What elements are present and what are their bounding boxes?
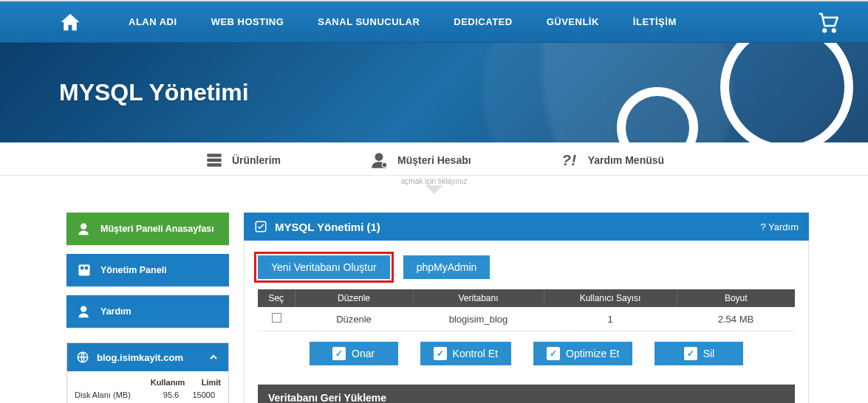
edit-link[interactable]: Düzenle <box>336 314 372 325</box>
nav-dedicated[interactable]: DEDICATED <box>443 10 522 33</box>
save-icon: ✓ <box>684 347 697 360</box>
button-label: Kontrol Et <box>453 348 498 359</box>
submenu-musteri-hesabi[interactable]: Müşteri Hesabı <box>369 150 471 170</box>
sidebar-help-button[interactable]: Yardım <box>66 295 229 328</box>
domain-panel: blog.isimkayit.com Kullanım Limit Disk A… <box>66 342 229 403</box>
svg-point-12 <box>81 306 86 312</box>
stat-usage: 95.6 <box>145 389 185 401</box>
globe-icon <box>76 351 89 364</box>
col-usage: Kullanım <box>145 376 185 389</box>
sidebar: Müşteri Paneli Anasayfası Yönetim Paneli… <box>66 213 229 403</box>
user-count: 1 <box>544 307 677 331</box>
chevron-down-icon <box>426 185 443 194</box>
svg-point-5 <box>375 153 383 161</box>
server-icon <box>204 150 225 170</box>
submenu-bar: Ürünlerim Müşteri Hesabı ?! Yardım Menüs… <box>0 142 868 176</box>
svg-point-6 <box>382 162 387 168</box>
cart-icon[interactable] <box>816 11 838 33</box>
button-label: Sil <box>703 348 715 359</box>
save-icon: ✓ <box>547 347 560 360</box>
check-icon <box>254 220 267 233</box>
save-icon: ✓ <box>434 347 447 360</box>
delete-button[interactable]: ✓ Sil <box>655 342 743 365</box>
nav-sanal-sunucular[interactable]: SANAL SUNUCULAR <box>307 10 430 33</box>
button-label: Onar <box>352 348 375 359</box>
stat-label: Disk Alanı (MB) <box>75 389 145 401</box>
user-help-icon <box>77 304 92 319</box>
create-database-button[interactable]: Yeni Veritabanı Oluştur <box>258 255 390 279</box>
save-icon: ✓ <box>332 347 346 360</box>
col-users: Kullanıcı Sayısı <box>544 289 677 307</box>
sidebar-label: Yardım <box>100 306 131 317</box>
col-db: Veritabanı <box>413 289 544 307</box>
svg-rect-10 <box>81 266 83 269</box>
svg-point-0 <box>823 29 826 32</box>
col-edit: Düzenle <box>295 289 413 307</box>
svg-rect-11 <box>85 266 88 269</box>
dashboard-icon <box>77 263 92 278</box>
col-select: Seç <box>258 289 295 307</box>
svg-point-8 <box>81 224 86 230</box>
nav-guvenlik[interactable]: GÜVENLİK <box>536 10 609 33</box>
row-checkbox[interactable] <box>272 313 281 323</box>
hero-banner: MYSQL Yönetimi <box>0 43 868 142</box>
db-size: 2.54 MB <box>677 307 795 331</box>
panel-help-link[interactable]: ? Yardım <box>760 221 799 232</box>
home-icon[interactable] <box>59 11 89 33</box>
panel-header: MYSQL Yönetimi (1) ? Yardım <box>244 213 809 241</box>
check-button[interactable]: ✓ Kontrol Et <box>420 342 511 365</box>
user-gear-icon <box>369 150 390 170</box>
col-limit: Limit <box>185 376 221 389</box>
restore-section-header: Veritabanı Geri Yükleme <box>258 385 795 403</box>
submenu-label: Yardım Menüsü <box>588 154 664 166</box>
nav-web-hosting[interactable]: WEB HOSTING <box>201 10 295 33</box>
optimize-button[interactable]: ✓ Optimize Et <box>533 342 632 365</box>
panel-title: MYSQL Yönetimi (1) <box>275 221 380 233</box>
repair-button[interactable]: ✓ Onar <box>310 342 398 365</box>
help-icon: ?! <box>560 150 581 170</box>
nav-iletisim[interactable]: İLETİŞİM <box>623 10 687 33</box>
table-row: Disk Alanı (MB) 95.6 15000 <box>75 389 221 401</box>
submenu-yardim[interactable]: ?! Yardım Menüsü <box>560 150 664 170</box>
sidebar-panel-button[interactable]: Yönetim Paneli <box>66 254 229 286</box>
db-name: blogisim_blog <box>413 307 544 331</box>
page-title: MYSQL Yönetimi <box>59 79 249 106</box>
submenu-hint: açmak için tıklayınız <box>401 177 467 185</box>
sidebar-home-button[interactable]: Müşteri Paneli Anasayfası <box>66 213 229 245</box>
domain-panel-header[interactable]: blog.isimkayit.com <box>67 343 228 371</box>
svg-rect-9 <box>79 265 90 276</box>
submenu-urunlerim[interactable]: Ürünlerim <box>204 150 281 170</box>
main-content: MYSQL Yönetimi (1) ? Yardım Yeni Veritab… <box>244 213 809 403</box>
col-size: Boyut <box>677 289 795 307</box>
nav-alan-adi[interactable]: ALAN ADI <box>118 10 188 33</box>
svg-text:?!: ?! <box>561 151 576 168</box>
phpmyadmin-button[interactable]: phpMyAdmin <box>403 255 491 279</box>
button-label: Optimize Et <box>566 348 619 359</box>
top-navbar: ALAN ADI WEB HOSTING SANAL SUNUCULAR DED… <box>0 0 868 43</box>
database-table: Seç Düzenle Veritabanı Kullanıcı Sayısı … <box>258 289 795 331</box>
svg-rect-2 <box>207 154 222 156</box>
table-row: Düzenle blogisim_blog 1 2.54 MB <box>258 307 795 331</box>
svg-point-1 <box>833 29 835 32</box>
stat-limit: 15000 <box>185 389 221 401</box>
submenu-label: Ürünlerim <box>232 154 281 166</box>
user-icon <box>77 221 92 236</box>
svg-rect-3 <box>207 159 222 162</box>
submenu-label: Müşteri Hesabı <box>397 154 471 166</box>
domain-stats-table: Kullanım Limit Disk Alanı (MB) 95.6 1500… <box>75 376 221 403</box>
sidebar-label: Müşteri Paneli Anasayfası <box>100 224 214 234</box>
svg-rect-4 <box>207 163 222 166</box>
domain-name: blog.isimkayit.com <box>97 352 183 363</box>
chevron-up-icon <box>208 351 219 363</box>
sidebar-label: Yönetim Paneli <box>100 265 167 275</box>
